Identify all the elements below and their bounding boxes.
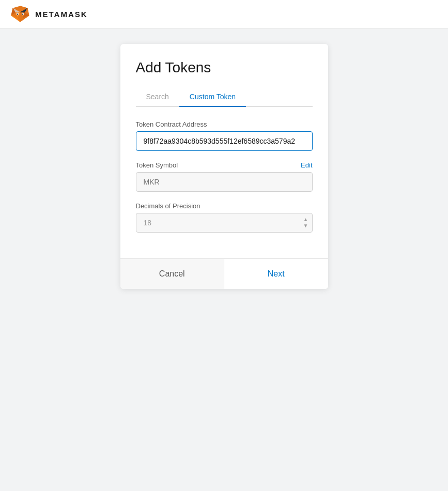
card-footer: Cancel Next	[120, 258, 328, 289]
spinner-up-button[interactable]: ▲	[303, 217, 308, 222]
tab-search[interactable]: Search	[136, 87, 179, 107]
metamask-fox-icon	[10, 4, 30, 24]
decimals-input-wrapper: ▲ ▼	[136, 213, 313, 233]
svg-point-17	[22, 13, 23, 15]
contract-label-row: Token Contract Address	[136, 120, 313, 128]
tab-custom-token[interactable]: Custom Token	[179, 87, 246, 107]
token-symbol-label-row: Token Symbol Edit	[136, 161, 313, 169]
contract-address-group: Token Contract Address	[136, 120, 313, 151]
decimals-group: Decimals of Precision ▲ ▼	[136, 202, 313, 233]
token-symbol-input[interactable]	[136, 172, 313, 192]
next-button[interactable]: Next	[224, 259, 328, 289]
number-spinners: ▲ ▼	[303, 217, 308, 228]
page-title: Add Tokens	[136, 59, 313, 76]
decimals-input[interactable]	[136, 213, 313, 233]
tabs-container: Search Custom Token	[136, 87, 313, 107]
brand-name: METAMASK	[35, 10, 88, 19]
token-symbol-label: Token Symbol	[136, 161, 178, 169]
contract-address-input[interactable]	[136, 131, 313, 151]
decimals-label: Decimals of Precision	[136, 202, 200, 210]
decimals-label-row: Decimals of Precision	[136, 202, 313, 210]
token-symbol-edit-link[interactable]: Edit	[301, 161, 312, 169]
contract-address-label: Token Contract Address	[136, 120, 207, 128]
logo-container: METAMASK	[10, 4, 88, 24]
add-tokens-card: Add Tokens Search Custom Token Token Con…	[120, 44, 328, 289]
token-symbol-group: Token Symbol Edit	[136, 161, 313, 192]
card-body: Add Tokens Search Custom Token Token Con…	[120, 44, 328, 258]
svg-point-16	[17, 13, 18, 15]
cancel-button[interactable]: Cancel	[120, 259, 225, 289]
main-content: Add Tokens Search Custom Token Token Con…	[0, 28, 448, 304]
header: METAMASK	[0, 0, 448, 28]
spinner-down-button[interactable]: ▼	[303, 223, 308, 228]
